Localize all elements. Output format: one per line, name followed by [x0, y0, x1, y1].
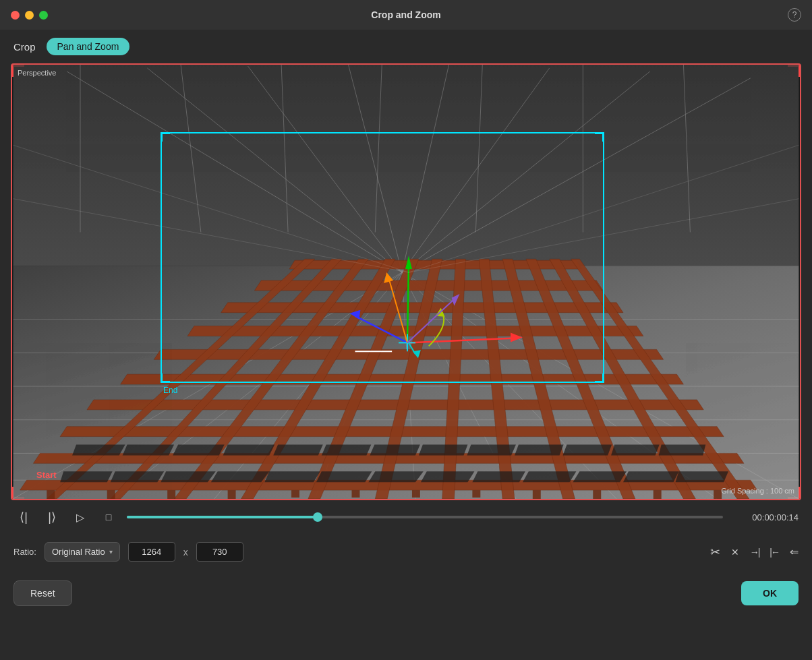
- svg-marker-71: [273, 445, 323, 456]
- close-button[interactable]: [11, 11, 20, 20]
- svg-rect-104: [533, 490, 541, 499]
- svg-rect-106: [654, 490, 662, 499]
- svg-marker-35: [87, 400, 703, 410]
- start-label: Start: [36, 470, 57, 480]
- tab-pan-zoom[interactable]: Pan and Zoom: [47, 38, 130, 55]
- scrubber-track[interactable]: [127, 516, 723, 518]
- ratio-actions: ✂ ✕ →| |← ⇐: [710, 545, 799, 560]
- dimension-separator: x: [183, 547, 188, 558]
- svg-rect-99: [228, 490, 236, 499]
- svg-marker-78: [611, 445, 660, 456]
- tabs-bar: Crop Pan and Zoom: [0, 30, 812, 63]
- svg-marker-66: [676, 471, 729, 482]
- scrubber-fill: [127, 516, 318, 518]
- svg-marker-65: [623, 471, 678, 482]
- scrubber-thumb[interactable]: [313, 512, 322, 522]
- traffic-lights: [11, 11, 48, 20]
- reset-button[interactable]: Reset: [13, 580, 72, 606]
- svg-marker-57: [211, 471, 269, 482]
- width-input[interactable]: [128, 542, 175, 562]
- svg-marker-72: [322, 445, 372, 456]
- ratio-dropdown[interactable]: Original Ratio ▾: [45, 542, 120, 562]
- svg-marker-69: [173, 445, 225, 456]
- ratio-label: Ratio:: [13, 547, 36, 557]
- svg-rect-96: [47, 490, 55, 499]
- ok-button[interactable]: OK: [741, 581, 799, 605]
- svg-rect-105: [593, 490, 601, 499]
- svg-marker-58: [264, 471, 320, 482]
- svg-marker-74: [419, 445, 468, 456]
- svg-marker-36: [121, 374, 684, 384]
- svg-marker-63: [523, 471, 577, 482]
- viewport-container[interactable]: Perspective Grid Spacing : 100 cm End St…: [11, 63, 801, 500]
- perspective-label: Perspective: [18, 69, 56, 77]
- playback-bar: ⟨| |⟩ ▷ □ 00:00:00:14: [0, 500, 812, 534]
- swap-button[interactable]: ⇐: [790, 545, 799, 558]
- bottom-bar: Reset OK: [0, 570, 812, 617]
- minimize-button[interactable]: [25, 11, 34, 20]
- align-left-button[interactable]: |←: [770, 547, 779, 558]
- svg-rect-97: [107, 490, 115, 499]
- svg-rect-101: [352, 490, 360, 498]
- svg-marker-73: [370, 445, 420, 456]
- svg-marker-0: [13, 65, 799, 266]
- svg-marker-54: [60, 471, 113, 482]
- stop-button[interactable]: □: [98, 507, 119, 527]
- tab-crop[interactable]: Crop: [13, 38, 36, 55]
- svg-marker-64: [573, 471, 627, 482]
- svg-marker-75: [467, 445, 516, 456]
- maximize-button[interactable]: [39, 11, 48, 20]
- help-button[interactable]: ?: [788, 8, 801, 22]
- timecode-display: 00:00:00:14: [731, 512, 799, 522]
- svg-marker-59: [316, 471, 372, 482]
- clear-crop-button[interactable]: ✕: [731, 547, 739, 558]
- svg-marker-60: [368, 471, 423, 482]
- svg-marker-70: [223, 445, 275, 456]
- svg-marker-77: [563, 445, 612, 456]
- svg-marker-68: [123, 445, 175, 456]
- svg-marker-56: [161, 471, 215, 482]
- svg-rect-103: [472, 490, 480, 498]
- crop-to-frame-button[interactable]: ✂: [710, 545, 720, 560]
- height-input[interactable]: [196, 542, 243, 562]
- play-button[interactable]: ▷: [70, 507, 90, 527]
- step-back-button[interactable]: ⟨|: [13, 507, 34, 527]
- svg-marker-76: [515, 445, 564, 456]
- chevron-down-icon: ▾: [109, 548, 113, 556]
- svg-marker-55: [111, 471, 165, 482]
- window-title: Crop and Zoom: [371, 9, 440, 20]
- svg-rect-100: [291, 490, 299, 498]
- title-bar: Crop and Zoom ?: [0, 0, 812, 30]
- svg-rect-98: [167, 490, 175, 499]
- ratio-bar: Ratio: Original Ratio ▾ x ✂ ✕ →| |← ⇐: [0, 534, 812, 570]
- ratio-selected-value: Original Ratio: [52, 547, 105, 557]
- svg-marker-67: [72, 445, 125, 456]
- svg-marker-61: [421, 471, 475, 482]
- viewport-scene: [12, 65, 800, 499]
- svg-marker-79: [659, 445, 706, 456]
- step-forward-button[interactable]: |⟩: [42, 507, 62, 527]
- svg-marker-62: [472, 471, 525, 482]
- align-right-button[interactable]: →|: [750, 547, 759, 558]
- svg-rect-102: [412, 490, 420, 498]
- grid-spacing-label: Grid Spacing : 100 cm: [721, 487, 794, 495]
